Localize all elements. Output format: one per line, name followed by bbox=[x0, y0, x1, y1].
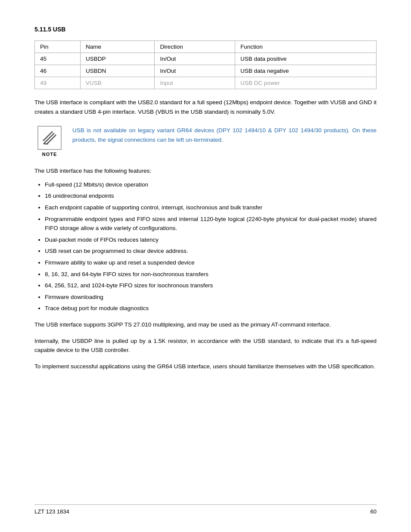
table-cell-function: USB data negative bbox=[235, 65, 376, 77]
para4: To implement successful applications usi… bbox=[34, 362, 377, 371]
note-text: USB is not available on legacy variant G… bbox=[72, 126, 377, 144]
list-item: 16 unidirectional endpoints bbox=[45, 191, 377, 201]
list-item: 64, 256, 512, and 1024-byte FIFO sizes f… bbox=[45, 281, 377, 290]
footer: LZT 123 1834 60 bbox=[34, 504, 377, 515]
table-cell-function: USB DC power bbox=[235, 77, 376, 89]
table-cell-direction: In/Out bbox=[155, 53, 235, 65]
table-cell-name: USBDN bbox=[81, 65, 155, 77]
footer-left: LZT 123 1834 bbox=[34, 508, 69, 515]
table-cell-name: VUSB bbox=[81, 77, 155, 89]
list-item: Dual-packet mode of FIFOs reduces latenc… bbox=[45, 235, 377, 245]
note-icon-wrap: NOTE bbox=[34, 126, 65, 157]
note-box: NOTE USB is not available on legacy vari… bbox=[34, 126, 377, 157]
table-cell-direction: In/Out bbox=[155, 65, 235, 77]
table-row: 49VUSBInputUSB DC power bbox=[35, 77, 377, 89]
list-item: Firmware downloading bbox=[45, 292, 377, 302]
para1: The USB interface is compliant with the … bbox=[34, 98, 377, 116]
features-intro: The USB interface has the following feat… bbox=[34, 166, 377, 176]
usb-table: Pin Name Direction Function 45USBDPIn/Ou… bbox=[34, 40, 377, 89]
note-icon bbox=[37, 126, 62, 150]
col-name: Name bbox=[81, 41, 155, 53]
col-direction: Direction bbox=[155, 41, 235, 53]
para3: Internally, the USBDP line is pulled up … bbox=[34, 336, 377, 355]
features-list: Full-speed (12 Mbits/s) device operation… bbox=[45, 180, 377, 313]
table-row: 45USBDPIn/OutUSB data positive bbox=[35, 53, 377, 65]
section-title: 5.11.5 USB bbox=[34, 26, 377, 33]
footer-right: 60 bbox=[371, 508, 377, 515]
table-cell-direction: Input bbox=[155, 77, 235, 89]
list-item: Each endpoint capable of supporting cont… bbox=[45, 203, 377, 212]
list-item: Programmable endpoint types and FIFO siz… bbox=[45, 215, 377, 233]
note-label: NOTE bbox=[42, 152, 57, 157]
table-cell-pin: 46 bbox=[35, 65, 81, 77]
table-row: 46USBDNIn/OutUSB data negative bbox=[35, 65, 377, 77]
table-cell-function: USB data positive bbox=[235, 53, 376, 65]
pencil-icon bbox=[41, 130, 58, 146]
list-item: Trace debug port for module diagnostics bbox=[45, 304, 377, 313]
list-item: USB reset can be programmed to clear dev… bbox=[45, 246, 377, 256]
list-item: Full-speed (12 Mbits/s) device operation bbox=[45, 180, 377, 190]
list-item: 8, 16, 32, and 64-byte FIFO sizes for no… bbox=[45, 270, 377, 279]
table-cell-pin: 45 bbox=[35, 53, 81, 65]
col-function: Function bbox=[235, 41, 376, 53]
para2: The USB interface supports 3GPP TS 27.01… bbox=[34, 320, 377, 330]
table-cell-name: USBDP bbox=[81, 53, 155, 65]
table-cell-pin: 49 bbox=[35, 77, 81, 89]
col-pin: Pin bbox=[35, 41, 81, 53]
list-item: Firmware ability to wake up and reset a … bbox=[45, 258, 377, 268]
